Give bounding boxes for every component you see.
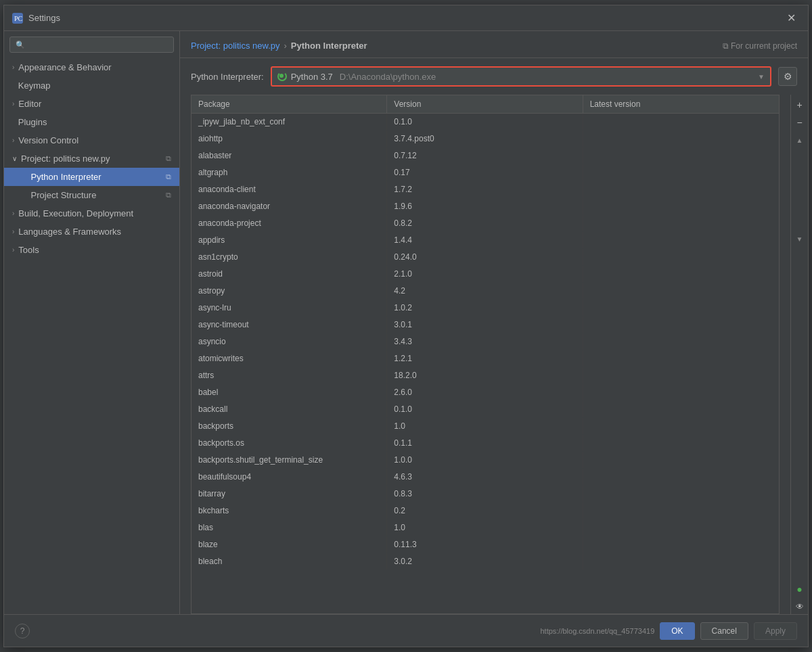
table-row[interactable]: astroid2.1.0 — [191, 266, 779, 283]
main-content: 🔍 › Appearance & Behavior Keymap › Edito… — [4, 31, 808, 614]
cell-package: async-timeout — [191, 317, 387, 333]
remove-package-button[interactable]: − — [792, 115, 807, 130]
table-row[interactable]: anaconda-project0.8.2 — [191, 215, 779, 232]
table-row[interactable]: appdirs1.4.4 — [191, 232, 779, 249]
help-button[interactable]: ? — [15, 624, 30, 638]
cell-version: 3.0.1 — [387, 317, 583, 333]
cell-latest — [583, 418, 779, 434]
table-row[interactable]: _ipyw_jlab_nb_ext_conf0.1.0 — [191, 114, 779, 131]
table-row[interactable]: backports.shutil_get_terminal_size1.0.0 — [191, 452, 779, 469]
cell-latest — [583, 486, 779, 502]
interpreter-selector[interactable]: Python 3.7 D:\Anaconda\python.exe ▼ — [271, 66, 771, 87]
sidebar-item-label: Tools — [18, 245, 39, 255]
table-row[interactable]: altgraph0.17 — [191, 164, 779, 181]
cell-version: 1.0.0 — [387, 452, 583, 468]
table-row[interactable]: babel2.6.0 — [191, 384, 779, 401]
sidebar-item-tools[interactable]: › Tools — [4, 241, 179, 259]
footer-website[interactable]: https://blog.csdn.net/qq_45773419 — [540, 627, 654, 635]
sidebar-item-python-interpreter[interactable]: Python Interpreter ⧉ — [4, 168, 179, 186]
table-row[interactable]: async-timeout3.0.1 — [191, 317, 779, 333]
sidebar-item-keymap[interactable]: Keymap — [4, 76, 179, 95]
table-row[interactable]: asn1crypto0.24.0 — [191, 249, 779, 266]
footer: ? https://blog.csdn.net/qq_45773419 OK C… — [4, 614, 808, 647]
help-icon: ? — [20, 626, 25, 636]
table-row[interactable]: backcall0.1.0 — [191, 401, 779, 418]
cancel-button[interactable]: Cancel — [700, 622, 748, 640]
sidebar-item-label: Build, Execution, Deployment — [18, 208, 133, 218]
table-row[interactable]: attrs18.2.0 — [191, 367, 779, 384]
breadcrumb-current: Python Interpreter — [291, 41, 367, 51]
cell-package: atomicwrites — [191, 350, 387, 367]
ok-button[interactable]: OK — [660, 622, 694, 640]
gear-button[interactable]: ⚙ — [778, 67, 797, 86]
eye-button[interactable]: 👁 — [792, 599, 807, 614]
breadcrumb-project[interactable]: Project: politics new.py — [191, 41, 280, 51]
cell-package: asn1crypto — [191, 249, 387, 265]
sidebar-item-project-structure[interactable]: Project Structure ⧉ — [4, 186, 179, 204]
arrow-icon: › — [12, 64, 14, 71]
cell-latest — [583, 519, 779, 536]
cell-latest — [583, 350, 779, 367]
cell-latest — [583, 553, 779, 569]
table-row[interactable]: blas1.0 — [191, 519, 779, 536]
sidebar-item-label: Project: politics new.py — [21, 154, 110, 164]
apply-button[interactable]: Apply — [754, 622, 797, 640]
scroll-down-button[interactable]: ▼ — [792, 231, 807, 246]
table-row[interactable]: atomicwrites1.2.1 — [191, 350, 779, 367]
table-row[interactable]: asyncio3.4.3 — [191, 333, 779, 350]
cell-version: 1.7.2 — [387, 181, 583, 197]
cell-version: 0.8.2 — [387, 215, 583, 231]
table-row[interactable]: aiohttp3.7.4.post0 — [191, 131, 779, 147]
right-panel: Project: politics new.py › Python Interp… — [180, 31, 808, 614]
table-row[interactable]: alabaster0.7.12 — [191, 147, 779, 164]
search-box[interactable]: 🔍 — [9, 37, 174, 53]
table-row[interactable]: backports.os0.1.1 — [191, 435, 779, 452]
cell-latest — [583, 164, 779, 181]
cell-latest — [583, 249, 779, 265]
add-package-button[interactable]: + — [792, 97, 807, 112]
sidebar-item-label: Plugins — [18, 117, 47, 127]
close-button[interactable]: ✕ — [783, 10, 800, 26]
sidebar-item-languages[interactable]: › Languages & Frameworks — [4, 223, 179, 241]
cell-package: backports.shutil_get_terminal_size — [191, 452, 387, 468]
sidebar-item-editor[interactable]: › Editor — [4, 95, 179, 113]
cell-package: bitarray — [191, 486, 387, 502]
table-row[interactable]: astropy4.2 — [191, 283, 779, 300]
breadcrumb-for-current[interactable]: ⧉ For current project — [723, 41, 797, 51]
table-row[interactable]: backports1.0 — [191, 418, 779, 435]
cell-version: 2.6.0 — [387, 384, 583, 400]
cell-latest — [583, 469, 779, 485]
col-package: Package — [191, 95, 387, 113]
table-row[interactable]: async-lru1.0.2 — [191, 300, 779, 317]
cell-package: astropy — [191, 283, 387, 299]
cell-package: astroid — [191, 266, 387, 282]
scroll-up-button[interactable]: ▲ — [792, 133, 807, 147]
sidebar-item-label: Version Control — [18, 135, 78, 145]
cell-version: 0.7.12 — [387, 147, 583, 164]
arrow-icon — [12, 82, 14, 89]
cell-latest — [583, 503, 779, 519]
sidebar-item-build[interactable]: › Build, Execution, Deployment — [4, 204, 179, 223]
table-row[interactable]: bitarray0.8.3 — [191, 486, 779, 503]
table-row[interactable]: bkcharts0.2 — [191, 503, 779, 519]
table-row[interactable]: anaconda-navigator1.9.6 — [191, 198, 779, 215]
cell-latest — [583, 333, 779, 350]
arrow-icon: › — [12, 246, 14, 254]
sidebar-item-version-control[interactable]: › Version Control — [4, 131, 179, 149]
table-row[interactable]: anaconda-client1.7.2 — [191, 181, 779, 198]
sidebar-item-label: Editor — [18, 99, 41, 109]
table-row[interactable]: beautifulsoup44.6.3 — [191, 469, 779, 486]
cell-version: 0.8.3 — [387, 486, 583, 502]
sidebar-item-plugins[interactable]: Plugins — [4, 113, 179, 131]
cell-version: 1.0 — [387, 418, 583, 434]
interpreter-label: Python Interpreter: — [191, 72, 264, 82]
search-input[interactable] — [28, 40, 168, 49]
sidebar-item-appearance[interactable]: › Appearance & Behavior — [4, 58, 179, 76]
sidebar-item-project[interactable]: ∨ Project: politics new.py ⧉ — [4, 149, 179, 168]
cell-package: _ipyw_jlab_nb_ext_conf — [191, 114, 387, 130]
table-row[interactable]: blaze0.11.3 — [191, 536, 779, 553]
footer-left: ? — [15, 624, 30, 638]
table-row[interactable]: bleach3.0.2 — [191, 553, 779, 570]
cell-package: blaze — [191, 536, 387, 553]
cell-package: async-lru — [191, 300, 387, 316]
